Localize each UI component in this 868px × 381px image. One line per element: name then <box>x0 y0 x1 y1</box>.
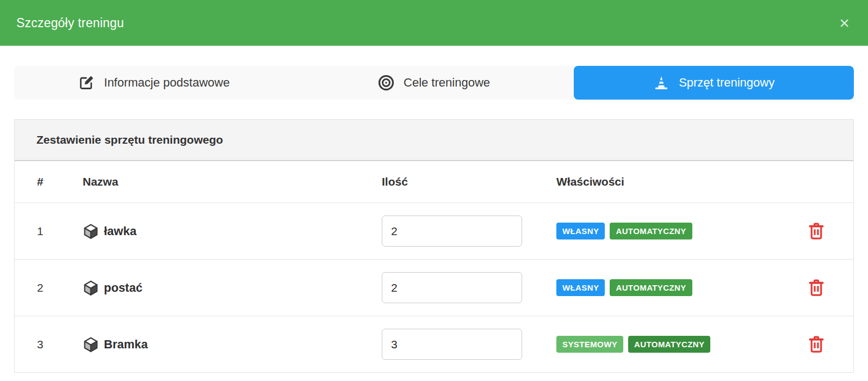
column-header-properties: Właściwości <box>556 175 779 188</box>
property-badge: AUTOMATYCZNY <box>610 279 692 296</box>
property-badge: WŁASNY <box>556 279 605 296</box>
quantity-input[interactable] <box>382 272 522 303</box>
panel-title: Zestawienie sprzętu treningowego <box>36 133 223 146</box>
tab-cele-treningowe[interactable]: Cele treningowe <box>294 66 574 100</box>
property-badge: AUTOMATYCZNY <box>610 223 692 239</box>
equipment-name: Bramka <box>104 337 148 352</box>
property-badge: SYSTEMOWY <box>556 336 623 353</box>
cube-icon <box>83 280 99 296</box>
property-badge: WŁASNY <box>556 223 605 239</box>
column-header-name: Nazwa <box>83 175 382 188</box>
equipment-panel: Zestawienie sprzętu treningowego # Nazwa… <box>14 119 854 373</box>
panel-header: Zestawienie sprzętu treningowego <box>15 120 853 161</box>
tab-label: Cele treningowe <box>404 76 490 90</box>
table-header-row: # Nazwa Ilość Właściwości <box>15 161 853 203</box>
tab-label: Sprzęt treningowy <box>679 76 774 90</box>
equipment-name-cell: postać <box>83 280 382 296</box>
column-header-index: # <box>37 175 83 188</box>
cube-icon <box>83 223 99 239</box>
badge-list: WŁASNYAUTOMATYCZNY <box>556 223 779 239</box>
close-icon[interactable]: × <box>837 14 852 32</box>
trash-icon[interactable] <box>808 279 824 297</box>
row-index: 1 <box>37 225 83 238</box>
tab-sprzet-treningowy[interactable]: Sprzęt treningowy <box>574 66 854 100</box>
row-index: 2 <box>37 281 83 294</box>
modal-title: Szczegóły treningu <box>16 16 124 30</box>
traffic-cone-icon <box>653 75 669 91</box>
tab-bar: Informacje podstawowe Cele treningowe <box>14 66 854 100</box>
cube-icon <box>83 336 99 353</box>
equipment-name: postać <box>104 281 142 295</box>
quantity-input[interactable] <box>382 216 522 247</box>
property-badge: AUTOMATYCZNY <box>628 336 710 353</box>
table-row: 2 postać WŁASNYAUTOMATYCZNY <box>15 260 853 316</box>
trash-icon[interactable] <box>808 223 824 240</box>
equipment-name-cell: ławka <box>83 223 382 239</box>
tab-label: Informacje podstawowe <box>104 76 230 90</box>
trash-icon[interactable] <box>808 336 824 353</box>
equipment-name-cell: Bramka <box>83 336 382 353</box>
badge-list: WŁASNYAUTOMATYCZNY <box>556 279 779 296</box>
tab-informacje-podstawowe[interactable]: Informacje podstawowe <box>14 66 294 100</box>
modal-body: Informacje podstawowe Cele treningowe <box>0 66 868 373</box>
column-header-quantity: Ilość <box>382 175 556 188</box>
quantity-input[interactable] <box>382 329 522 360</box>
row-index: 3 <box>37 338 83 351</box>
table-row: 3 Bramka SYSTEMOWYAUTOMATYCZNY <box>15 316 853 373</box>
table-body: 1 ławka WŁASNYAUTOMATYCZNY <box>15 203 853 373</box>
badge-list: SYSTEMOWYAUTOMATYCZNY <box>556 336 779 353</box>
table-row: 1 ławka WŁASNYAUTOMATYCZNY <box>15 203 853 260</box>
target-icon <box>378 75 394 91</box>
edit-icon <box>78 75 95 91</box>
modal-header: Szczegóły treningu × <box>0 0 868 46</box>
equipment-name: ławka <box>104 224 137 238</box>
